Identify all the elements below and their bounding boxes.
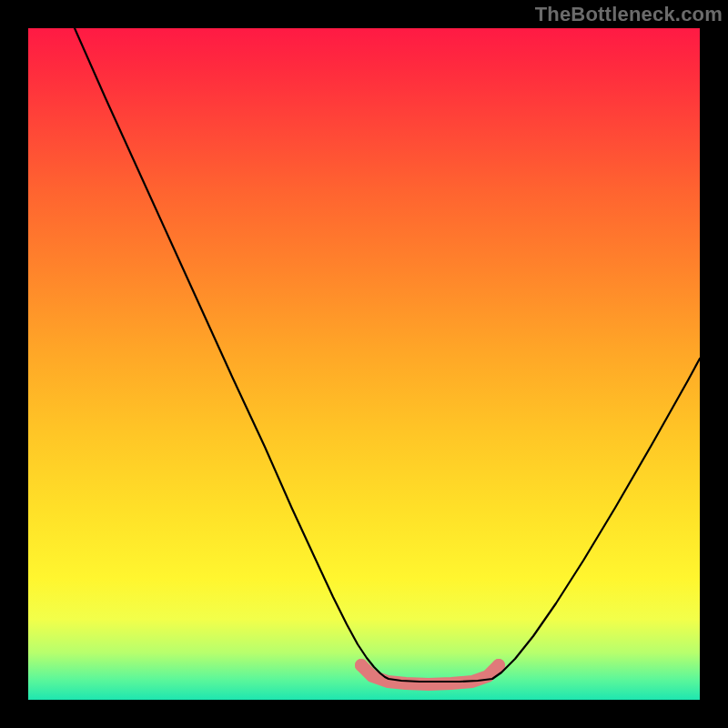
watermark-text: TheBottleneck.com bbox=[535, 0, 728, 31]
pink-dot-left bbox=[355, 659, 368, 672]
curve-layer bbox=[28, 28, 700, 700]
plot-area bbox=[28, 28, 700, 700]
chart-frame: TheBottleneck.com bbox=[0, 0, 728, 728]
bottleneck-curve bbox=[75, 28, 700, 682]
